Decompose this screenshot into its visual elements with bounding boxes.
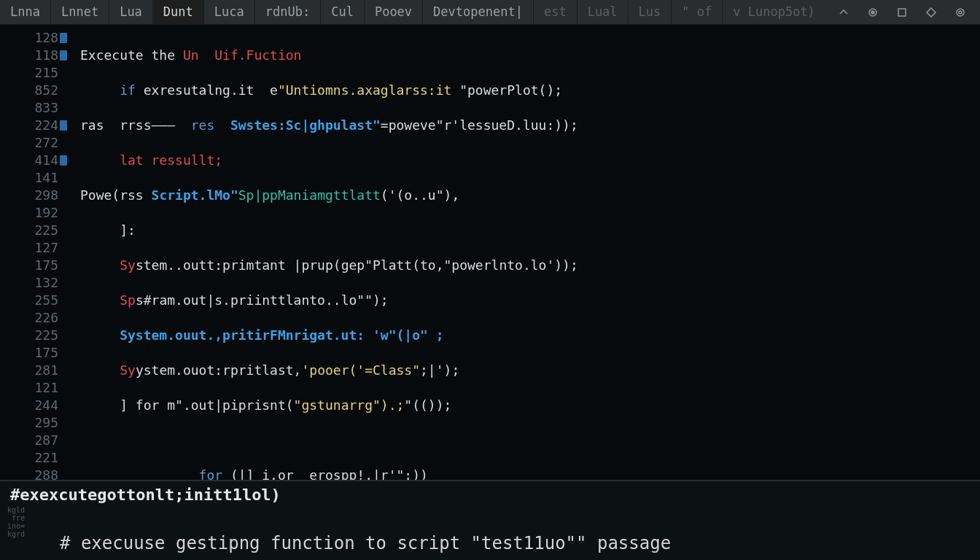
code-line: ]:	[80, 222, 980, 239]
line-number: 298	[0, 187, 58, 204]
code-line: ras rrss——– res Swstes:Sc|ghpulast"=powe…	[80, 117, 980, 134]
line-number: 175	[0, 257, 58, 274]
window-controls	[824, 0, 980, 24]
code-line: Powe(rss Script.lMo"Sp|ppManiamgttlatt('…	[80, 187, 980, 204]
gear-icon[interactable]	[954, 6, 967, 19]
svg-point-5	[959, 11, 962, 14]
titlebar: Lnna Lnnet Lua Dunt Luca rdnUb: Cul Pooe…	[0, 0, 980, 25]
line-number: 121	[0, 379, 58, 397]
line-number: 221	[0, 449, 58, 467]
code-area[interactable]: Excecute the Un Uif.Fuction if exresutal…	[67, 25, 980, 480]
tab-strip: Lnna Lnnet Lua Dunt Luca rdnUb: Cul Pooe…	[0, 0, 824, 24]
svg-rect-2	[898, 9, 906, 16]
line-number: 287	[0, 432, 58, 449]
tab-est[interactable]: est	[534, 0, 578, 24]
line-number: 295	[0, 414, 58, 432]
svg-marker-3	[927, 8, 936, 17]
code-line: System.ouut.,pritirFMnrigat.ut: 'w"(|o" …	[80, 327, 980, 344]
line-number-gutter: 128 118 215 852 833 224 272 414 141 298 …	[0, 25, 67, 480]
code-line: Sps#ram.out|s.priinttlanto..lo"");	[80, 292, 980, 309]
tab-devtop[interactable]: Devtopenent|	[423, 0, 534, 24]
tab-luca[interactable]: Luca	[204, 0, 255, 24]
tab-cul[interactable]: Cul	[321, 0, 365, 24]
line-number: 244	[0, 397, 58, 414]
line-number: 852	[0, 82, 58, 99]
code-line: ] for m".out|piprisnt("gstunarrg").;"(()…	[80, 397, 980, 414]
diamond-icon[interactable]	[925, 6, 938, 19]
tab-pooev[interactable]: Pooev	[365, 0, 423, 24]
maximize-icon[interactable]	[895, 6, 909, 19]
code-line: if exresutalng.it e"Untiomns.axaglarss:i…	[80, 82, 980, 99]
code-line	[80, 432, 980, 449]
line-number: 281	[0, 362, 58, 379]
code-line: Syystem.ouot:rpritlast,'pooer('=Class";|…	[80, 362, 980, 379]
line-number: 215	[0, 64, 58, 82]
code-line: lat ressullt;	[80, 152, 980, 169]
tab-rdnub[interactable]: rdnUb:	[255, 0, 321, 24]
tab-dunt[interactable]: Dunt	[153, 0, 204, 24]
tab-lunop[interactable]: v Lunop5ot)	[723, 0, 824, 24]
line-number: 414	[0, 152, 58, 169]
svg-point-4	[957, 9, 964, 16]
line-number: 127	[0, 239, 58, 257]
line-number: 128	[0, 29, 58, 47]
line-number: 224	[0, 117, 58, 134]
record-icon[interactable]	[866, 6, 879, 19]
line-number: 132	[0, 274, 58, 292]
code-line: System..outt:primtant |prup(gep"Platt(to…	[80, 257, 980, 274]
editor: 128 118 215 852 833 224 272 414 141 298 …	[0, 25, 980, 480]
svg-point-1	[871, 11, 874, 14]
tab-of[interactable]: " of	[672, 0, 723, 24]
line-number: 833	[0, 99, 58, 117]
line-number: 225	[0, 222, 58, 239]
tab-lnnet[interactable]: Lnnet	[51, 0, 109, 24]
line-number: 118	[0, 47, 58, 64]
terminal-mini-output: kgld fre ino= kgrd	[7, 506, 25, 538]
terminal-comment: # execuuse gestipng function to script "…	[10, 533, 970, 553]
tab-lual[interactable]: Lual	[578, 0, 629, 24]
line-number: 225	[0, 327, 58, 344]
line-number: 141	[0, 169, 58, 187]
code-line: Excecute the Un Uif.Fuction	[80, 47, 980, 64]
line-number: 272	[0, 134, 58, 152]
tab-lnna[interactable]: Lnna	[0, 0, 51, 24]
line-number: 175	[0, 344, 58, 362]
terminal-panel[interactable]: #exexcutegottonlt;initt1lol) kgld fre in…	[0, 480, 980, 560]
chevron-up-icon[interactable]	[837, 6, 850, 19]
tab-lua[interactable]: Lua	[109, 0, 153, 24]
line-number: 255	[0, 292, 58, 309]
code-line: for (|] i.or erospp!.|r'":))	[80, 467, 980, 480]
line-number: 226	[0, 309, 58, 327]
tab-lus[interactable]: Lus	[629, 0, 672, 24]
line-number: 192	[0, 204, 58, 222]
terminal-prompt: #exexcutegottonlt;initt1lol)	[10, 486, 970, 504]
